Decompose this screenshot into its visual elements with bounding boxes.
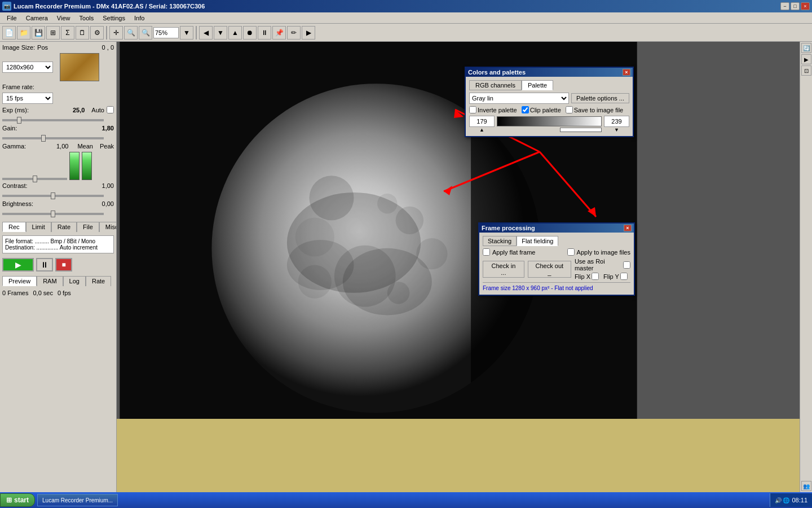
gamma-slider[interactable] (2, 178, 67, 180)
rs-btn-3[interactable]: ⊡ (801, 65, 811, 76)
tray-icons: 🔊 🌐 (775, 497, 790, 503)
toolbar-open[interactable]: 📁 (17, 26, 30, 40)
toolbar-zoom-out[interactable]: 🔍 (124, 26, 138, 40)
flip-x-checkbox[interactable] (592, 273, 599, 280)
check-buttons-row: Check in ... Check out _ Use as Roi mast… (483, 258, 630, 280)
toolbar-crosshair[interactable]: ✛ (109, 26, 123, 40)
main-tabs: Rec Limit Rate File Misc (2, 222, 114, 232)
image-size-select[interactable]: 1280x960 (2, 62, 53, 73)
bottom-image-area (117, 419, 800, 492)
menu-camera[interactable]: Camera (21, 14, 52, 23)
tab-palette[interactable]: Palette (522, 80, 553, 90)
maximize-button[interactable]: □ (791, 2, 800, 10)
save-image-checkbox[interactable] (566, 106, 573, 113)
tab-flat-fielding[interactable]: Flat fielding (517, 236, 558, 246)
toolbar-down[interactable]: ▼ (214, 26, 227, 40)
tab-rec[interactable]: Rec (2, 222, 26, 232)
toolbar-marker[interactable]: 📌 (272, 26, 286, 40)
toolbar-pencil[interactable]: ✏ (287, 26, 301, 40)
tab-rgb-channels[interactable]: RGB channels (469, 80, 522, 90)
toolbar-back[interactable]: ◀ (199, 26, 213, 40)
max-value-input[interactable] (604, 116, 629, 127)
flip-y-checkbox[interactable] (620, 273, 628, 280)
frame-panel-close[interactable]: × (624, 225, 632, 231)
apply-flat-row: Apply flat frame Apply to image files (483, 248, 630, 256)
rs-btn-bottom[interactable]: 👥 (801, 481, 811, 491)
auto-checkbox[interactable] (107, 106, 114, 113)
tab-rate2[interactable]: Rate (86, 276, 111, 286)
gain-value: 1,80 (102, 125, 114, 132)
toolbar-grid[interactable]: ⊞ (46, 26, 60, 40)
rs-btn-2[interactable]: ▶ (801, 54, 811, 64)
menu-view[interactable]: View (52, 14, 75, 23)
toolbar-config[interactable]: ⚙ (90, 26, 104, 40)
tab-misc[interactable]: Misc (99, 222, 117, 232)
toolbar-sum[interactable]: Σ (61, 26, 74, 40)
contrast-slider[interactable] (2, 195, 104, 197)
menu-info[interactable]: Info (130, 14, 149, 23)
palette-dropdown[interactable]: Gray lin (469, 93, 569, 104)
gain-label: Gain: (2, 125, 17, 132)
clip-region (560, 128, 602, 132)
clip-palette-checkbox[interactable] (522, 106, 529, 113)
taskbar-apps: Lucam Recorder Premium... (35, 494, 770, 506)
tab-rate[interactable]: Rate (51, 222, 77, 232)
exp-slider-container (2, 116, 114, 122)
check-in-button[interactable]: Check in ... (483, 261, 524, 278)
window-title: Lucam Recorder Premium - DMx 41AF02.AS /… (14, 3, 205, 10)
use-roi-checkbox[interactable] (623, 261, 630, 269)
tab-file[interactable]: File (77, 222, 99, 232)
frame-rate-row: Frame rate: (2, 84, 114, 90)
up-arrow: ▲ (479, 127, 484, 133)
inverse-palette-checkbox[interactable] (469, 106, 476, 113)
toolbar-zoom-in[interactable]: 🔍 (139, 26, 152, 40)
toolbar-save[interactable]: 💾 (32, 26, 45, 40)
colors-panel-close[interactable]: × (623, 69, 630, 76)
tab-log[interactable]: Log (63, 276, 86, 286)
contrast-label: Contrast: (2, 182, 28, 189)
toolbar-more[interactable]: ▶ (302, 26, 315, 40)
taskbar-lucam[interactable]: Lucam Recorder Premium... (37, 494, 118, 506)
peak-label: Peak (100, 143, 114, 150)
tab-limit[interactable]: Limit (26, 222, 51, 232)
check-out-button[interactable]: Check out _ (528, 261, 571, 278)
toolbar-pause[interactable]: ⏸ (258, 26, 271, 40)
tab-stacking[interactable]: Stacking (483, 236, 517, 246)
clip-palette-label: Clip palette (522, 106, 561, 113)
palette-options-button[interactable]: Palette options ... (571, 93, 629, 103)
frame-rate-select[interactable]: 15 fps (2, 93, 53, 104)
record-buttons: ▶ ⏸ ■ (2, 258, 114, 271)
right-sidebar: 🔄 ▶ ⊡ 👥 (800, 42, 812, 492)
pause-button[interactable]: ⏸ (36, 258, 53, 271)
tab-ram[interactable]: RAM (37, 276, 63, 286)
tab-preview[interactable]: Preview (2, 276, 37, 286)
toolbar-up[interactable]: ▲ (228, 26, 242, 40)
gain-slider[interactable] (2, 137, 104, 139)
toolbar-calc[interactable]: 🗒 (76, 26, 89, 40)
frame-panel-title-text: Frame processing (482, 225, 535, 231)
destination: Destination: .............. Auto increme… (5, 244, 111, 251)
menu-settings[interactable]: Settings (98, 14, 130, 23)
minimize-button[interactable]: − (780, 2, 789, 10)
exp-slider[interactable] (2, 119, 104, 121)
app-icon: 📷 (2, 2, 11, 11)
zoom-input[interactable] (153, 27, 179, 38)
apply-to-files-checkbox[interactable] (567, 248, 575, 256)
rs-btn-1[interactable]: 🔄 (801, 43, 811, 53)
toolbar-new[interactable]: 📄 (2, 26, 16, 40)
stop-button[interactable]: ■ (55, 258, 72, 271)
apply-flat-checkbox[interactable] (483, 248, 490, 256)
toolbar-record[interactable]: ⏺ (243, 26, 257, 40)
svg-point-13 (287, 240, 354, 290)
min-value-input[interactable] (469, 116, 495, 127)
frames-count: 0 Frames (2, 290, 28, 296)
menu-file[interactable]: File (2, 14, 21, 23)
fps-count: 0 fps (58, 290, 71, 296)
start-button[interactable]: ⊞ start (0, 493, 35, 507)
close-button[interactable]: × (801, 2, 810, 10)
play-button[interactable]: ▶ (2, 258, 34, 271)
brightness-slider[interactable] (2, 213, 104, 215)
menu-tools[interactable]: Tools (75, 14, 99, 23)
apply-to-files-label: Apply to image files (567, 248, 630, 256)
zoom-dropdown[interactable]: ▼ (180, 26, 193, 40)
